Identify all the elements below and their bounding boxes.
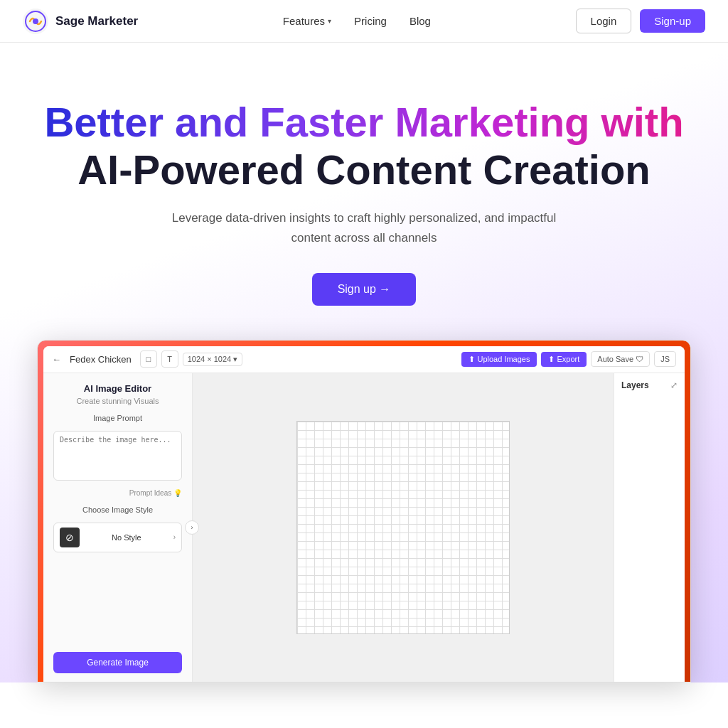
toolbar-right: ⬆ Upload Images ⬆ Export Auto Save 🛡 JS xyxy=(461,351,676,367)
navbar: Sage Marketer Features ▾ Pricing Blog Lo… xyxy=(0,0,728,43)
tool-text-button[interactable]: T xyxy=(161,350,178,368)
prompt-ideas[interactable]: Prompt Ideas 💡 xyxy=(53,489,182,497)
upload-images-button[interactable]: ⬆ Upload Images xyxy=(461,352,537,367)
choose-style-label: Choose Image Style xyxy=(53,505,182,514)
toolbar-filename: Fedex Chicken xyxy=(70,354,132,365)
layers-title: Layers xyxy=(621,380,649,390)
app-inner: ← Fedex Chicken □ T 728 × 728 ▾ xyxy=(43,346,685,682)
generate-image-button[interactable]: Generate Image xyxy=(53,652,182,673)
autosave-button[interactable]: Auto Save 🛡 xyxy=(591,351,650,367)
sidebar-subtitle: Create stunning Visuals xyxy=(53,397,182,405)
app-toolbar: ← Fedex Chicken □ T 728 × 728 ▾ xyxy=(43,346,685,373)
hero-section: Better and Faster Marketing with AI-Powe… xyxy=(0,43,728,682)
app-sidebar: › AI Image Editor Create stunning Visual… xyxy=(43,373,193,682)
brand-logo-icon xyxy=(23,9,48,34)
navbar-nav: Features ▾ Pricing Blog xyxy=(283,15,431,27)
sidebar-toggle-button[interactable]: › xyxy=(185,520,199,535)
brand-name: Sage Marketer xyxy=(55,14,138,28)
style-selector[interactable]: ⊘ No Style › xyxy=(53,523,182,552)
chevron-down-icon: ▾ xyxy=(328,17,331,25)
sidebar-bottom: Generate Image xyxy=(53,652,182,673)
image-prompt-textarea[interactable] xyxy=(53,431,182,481)
app-canvas-area[interactable] xyxy=(193,373,614,682)
hero-cta-button[interactable]: Sign up → xyxy=(312,273,417,306)
signup-button[interactable]: Sign-up xyxy=(640,9,705,33)
app-chrome: ← Fedex Chicken □ T 728 × 728 ▾ xyxy=(38,341,690,682)
nav-pricing[interactable]: Pricing xyxy=(354,15,387,27)
export-button[interactable]: ⬆ Export xyxy=(541,352,587,367)
hero-subtitle: Leverage data-driven insights to craft h… xyxy=(165,208,563,247)
login-button[interactable]: Login xyxy=(576,9,632,33)
sidebar-title: AI Image Editor xyxy=(53,383,182,394)
js-button[interactable]: JS xyxy=(654,351,676,367)
style-label: No Style xyxy=(85,533,168,542)
svg-point-2 xyxy=(33,18,38,24)
toolbar-size-selector[interactable]: 728 × 728 ▾ xyxy=(183,353,243,366)
nav-blog[interactable]: Blog xyxy=(410,15,431,27)
brand[interactable]: Sage Marketer xyxy=(23,9,138,34)
no-style-icon: ⊘ xyxy=(60,528,80,547)
navbar-actions: Login Sign-up xyxy=(576,9,705,33)
toolbar-back-button[interactable]: ← xyxy=(52,354,61,365)
app-right-panel: Layers ⤢ xyxy=(614,373,685,682)
style-arrow-icon: › xyxy=(173,533,176,541)
hero-title-line2: AI-Powered Content Creation xyxy=(77,145,651,195)
canvas-grid xyxy=(296,421,510,634)
hero-title-line1: Better and Faster Marketing with xyxy=(44,100,683,145)
nav-features[interactable]: Features ▾ xyxy=(283,15,331,27)
toolbar-tools: □ T 728 × 728 ▾ xyxy=(140,350,243,368)
app-body: › AI Image Editor Create stunning Visual… xyxy=(43,373,685,682)
image-prompt-label: Image Prompt xyxy=(53,414,182,422)
tool-square-button[interactable]: □ xyxy=(140,350,157,368)
layers-expand-button[interactable]: ⤢ xyxy=(670,380,678,390)
app-screenshot: ← Fedex Chicken □ T 728 × 728 ▾ xyxy=(37,340,691,682)
